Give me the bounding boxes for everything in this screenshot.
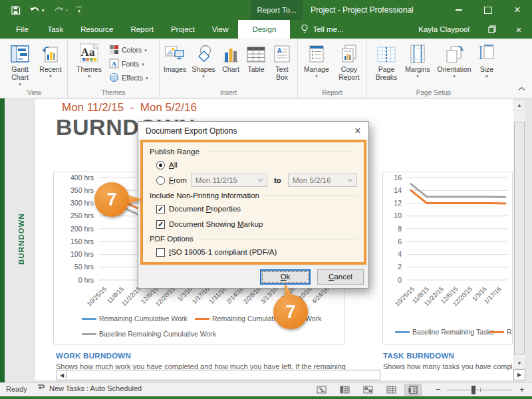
from-date-dropdown[interactable]: Mon 11/2/15 <box>191 174 267 187</box>
colors-button[interactable]: Colors ▾ <box>109 44 148 56</box>
tab-design[interactable]: Design <box>238 20 290 39</box>
svg-text:A: A <box>112 59 117 67</box>
ribbon-group-view: Gantt Chart ▾ Recent ▾ View <box>1 39 68 98</box>
svg-text:Aa: Aa <box>81 46 95 59</box>
status-bar: Ready New Tasks : Auto Scheduled − + <box>0 382 532 396</box>
document-properties-checkbox[interactable]: ✓ <box>156 205 165 213</box>
legend-dash <box>82 318 96 320</box>
document-properties-row[interactable]: ✓ Document Properties <box>156 203 357 215</box>
new-tasks-mode[interactable]: New Tasks : Auto Scheduled <box>37 384 142 393</box>
zoom-in-button[interactable]: + <box>519 384 525 394</box>
report-date-range: Mon 11/2/15 - Mon 5/2/16 <box>62 101 197 114</box>
report-sidebar-label: BURNDOWN <box>17 207 25 265</box>
scroll-right-icon[interactable]: ▶ <box>513 369 525 380</box>
dialog-title-bar[interactable]: Document Export Options × <box>138 122 368 140</box>
quick-access-toolbar: ▾ ▾ ▾ <box>11 0 82 20</box>
chevron-down-icon <box>347 178 353 182</box>
manage-button[interactable]: Manage ▾ <box>301 40 332 78</box>
tell-me-box[interactable]: Tell me... <box>301 20 343 39</box>
svg-text:14: 14 <box>394 186 402 194</box>
page-breaks-icon <box>377 42 396 63</box>
contextual-tab-group-report-tools: Report To... <box>251 0 303 20</box>
task-burndown-chart[interactable]: 161412108642010/25/1511/8/1511/22/1512/6… <box>382 172 513 344</box>
gantt-chart-button[interactable]: Gantt Chart ▾ <box>4 40 36 86</box>
zoom-out-button[interactable]: − <box>436 384 441 394</box>
size-button[interactable]: Size ▾ <box>475 40 499 78</box>
close-button[interactable]: × <box>503 0 532 20</box>
orientation-icon <box>445 42 464 63</box>
vertical-scrollbar[interactable]: ▲ ▼ <box>513 100 525 369</box>
svg-text:4: 4 <box>398 250 402 258</box>
page-breaks-button[interactable]: Page Breaks <box>371 40 402 81</box>
fonts-button[interactable]: A Fonts ▾ <box>109 58 148 70</box>
redo-button[interactable]: ▾ <box>53 5 68 15</box>
all-radio-label: All <box>169 161 178 169</box>
customize-quick-access-icon[interactable]: ▾ <box>76 7 82 14</box>
effects-button[interactable]: Effects ▾ <box>109 72 148 84</box>
scroll-up-icon[interactable]: ▲ <box>513 100 525 111</box>
report-view-button[interactable] <box>404 384 422 396</box>
copy-report-button[interactable]: Copy Report <box>332 40 366 81</box>
collapse-ribbon-icon[interactable] <box>518 82 525 94</box>
from-radio[interactable] <box>156 176 165 185</box>
vertical-scrollbar-thumb[interactable] <box>514 122 525 354</box>
team-planner-view-button[interactable] <box>359 384 376 396</box>
iso-compliant-checkbox[interactable] <box>156 248 165 257</box>
to-date-dropdown[interactable]: Mon 5/2/16 <box>288 174 357 187</box>
table-icon <box>247 42 265 63</box>
tab-report[interactable]: Report <box>122 20 162 39</box>
cancel-button[interactable]: Cancel <box>317 269 364 285</box>
document-markup-row[interactable]: ✓ Document Showing Markup <box>156 218 357 230</box>
publish-range-group: Publish Range <box>150 148 357 156</box>
chart-icon <box>222 42 239 63</box>
horizontal-scrollbar[interactable] <box>66 370 380 380</box>
sheet-view-button[interactable] <box>382 384 400 396</box>
recent-button[interactable]: Recent ▾ <box>36 40 65 78</box>
tab-task[interactable]: Task <box>39 20 72 39</box>
close-document-window-icon[interactable]: × <box>505 20 532 39</box>
undo-dropdown-icon[interactable]: ▾ <box>42 8 45 13</box>
shapes-button[interactable]: Shapes ▾ <box>189 40 218 78</box>
text-box-button[interactable]: A Text Box <box>269 40 295 81</box>
scroll-left-icon[interactable]: ◀ <box>57 370 67 380</box>
svg-text:6: 6 <box>398 237 402 245</box>
themes-button[interactable]: Aa Themes ▾ <box>72 40 106 78</box>
chart-button[interactable]: Chart <box>218 40 243 73</box>
gantt-chart-view-button[interactable] <box>313 384 330 396</box>
tab-view[interactable]: View <box>203 20 237 39</box>
task-burndown-description: Shows how many tasks you have completed … <box>383 362 512 370</box>
minimize-button[interactable] <box>444 0 473 20</box>
tab-project[interactable]: Project <box>162 20 203 39</box>
maximize-button[interactable] <box>473 0 503 20</box>
ribbon-group-report: Manage ▾ Copy Report Report <box>298 39 367 98</box>
save-icon[interactable] <box>11 5 21 15</box>
margins-button[interactable]: Margins ▾ <box>402 40 434 78</box>
zoom-slider-track[interactable] <box>447 390 512 390</box>
ribbon-tab-row: File Task Resource Report Project View D… <box>0 20 532 39</box>
zoom-slider-thumb[interactable] <box>471 386 475 394</box>
signed-in-user[interactable]: Kayla Claypool <box>418 20 469 39</box>
ribbon-group-insert: Images Shapes ▾ Chart <box>160 39 298 98</box>
svg-text:100 hrs: 100 hrs <box>70 250 94 258</box>
orientation-button[interactable]: Orientation ▾ <box>434 40 475 78</box>
dialog-close-icon[interactable]: × <box>347 122 368 140</box>
task-usage-view-button[interactable] <box>336 384 353 396</box>
document-markup-checkbox[interactable]: ✓ <box>156 220 165 229</box>
restore-document-window-icon[interactable] <box>479 20 505 39</box>
images-icon <box>165 42 185 63</box>
gantt-chart-icon <box>11 42 29 63</box>
svg-text:10: 10 <box>394 211 402 219</box>
dialog-title: Document Export Options <box>146 126 237 136</box>
tab-resource[interactable]: Resource <box>72 20 122 39</box>
from-radio-row[interactable]: From Mon 11/2/15 to Mon 5/2/16 <box>156 174 357 186</box>
all-radio-row[interactable]: All <box>156 159 357 171</box>
legend-item: Remaining Cumulative Work <box>82 315 188 323</box>
svg-text:8: 8 <box>398 225 402 233</box>
scroll-down-icon[interactable]: ▼ <box>513 358 525 369</box>
table-button[interactable]: Table <box>243 40 269 73</box>
iso-compliant-row[interactable]: ISO 19005-1 compliant (PDF/A) <box>156 246 357 258</box>
tab-file[interactable]: File <box>5 20 39 39</box>
undo-button[interactable]: ▾ <box>29 5 45 15</box>
all-radio[interactable] <box>156 161 165 170</box>
images-button[interactable]: Images <box>161 40 189 73</box>
